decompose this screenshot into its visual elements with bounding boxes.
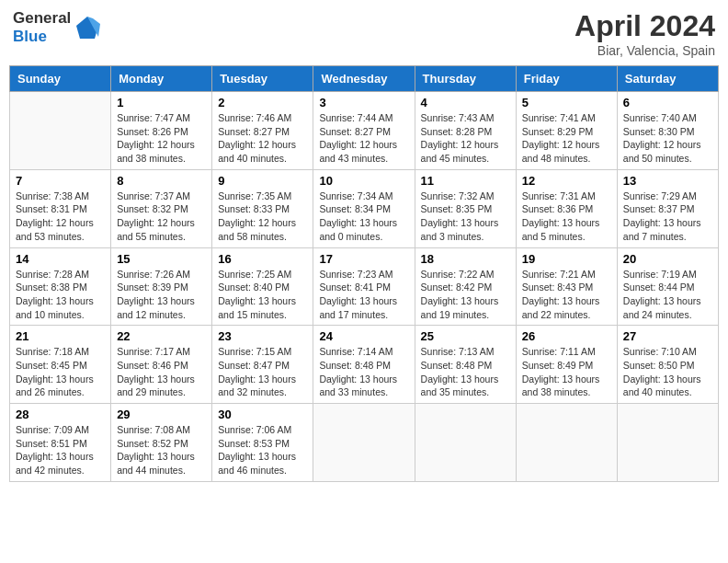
day-number: 21 <box>16 329 105 343</box>
calendar-cell <box>313 404 415 482</box>
day-number: 23 <box>218 329 307 343</box>
calendar-week-row: 14Sunrise: 7:28 AMSunset: 8:38 PMDayligh… <box>10 247 719 326</box>
calendar-cell: 23Sunrise: 7:15 AMSunset: 8:47 PMDayligh… <box>212 326 313 404</box>
day-number: 28 <box>16 408 105 421</box>
calendar-cell: 9Sunrise: 7:35 AMSunset: 8:33 PMDaylight… <box>212 169 313 247</box>
day-info: Sunrise: 7:13 AMSunset: 8:48 PMDaylight:… <box>421 345 510 399</box>
day-info: Sunrise: 7:21 AMSunset: 8:43 PMDaylight:… <box>522 268 611 322</box>
calendar-cell: 1Sunrise: 7:47 AMSunset: 8:26 PMDaylight… <box>111 92 212 170</box>
calendar-cell: 30Sunrise: 7:06 AMSunset: 8:53 PMDayligh… <box>212 404 313 482</box>
weekday-header: Thursday <box>415 66 516 92</box>
day-number: 26 <box>522 329 611 343</box>
day-info: Sunrise: 7:31 AMSunset: 8:36 PMDaylight:… <box>522 190 611 244</box>
day-number: 3 <box>319 96 408 109</box>
weekday-header: Monday <box>111 66 212 92</box>
day-number: 13 <box>623 174 712 188</box>
day-info: Sunrise: 7:38 AMSunset: 8:31 PMDaylight:… <box>16 190 105 244</box>
day-info: Sunrise: 7:37 AMSunset: 8:32 PMDaylight:… <box>117 190 206 244</box>
day-number: 10 <box>319 174 408 188</box>
calendar-cell: 22Sunrise: 7:17 AMSunset: 8:46 PMDayligh… <box>111 326 212 404</box>
day-info: Sunrise: 7:40 AMSunset: 8:30 PMDaylight:… <box>623 111 712 166</box>
calendar-week-row: 21Sunrise: 7:18 AMSunset: 8:45 PMDayligh… <box>10 326 719 404</box>
calendar-cell: 2Sunrise: 7:46 AMSunset: 8:27 PMDaylight… <box>212 92 313 170</box>
day-number: 17 <box>319 252 408 266</box>
calendar-cell <box>415 404 516 482</box>
day-number: 15 <box>117 252 206 266</box>
day-info: Sunrise: 7:43 AMSunset: 8:28 PMDaylight:… <box>421 111 510 166</box>
calendar-cell: 26Sunrise: 7:11 AMSunset: 8:49 PMDayligh… <box>516 326 617 404</box>
calendar-cell: 11Sunrise: 7:32 AMSunset: 8:35 PMDayligh… <box>415 169 516 247</box>
day-info: Sunrise: 7:14 AMSunset: 8:48 PMDaylight:… <box>319 345 408 399</box>
day-info: Sunrise: 7:08 AMSunset: 8:52 PMDaylight:… <box>117 423 206 477</box>
day-info: Sunrise: 7:26 AMSunset: 8:39 PMDaylight:… <box>117 268 206 322</box>
calendar-cell: 4Sunrise: 7:43 AMSunset: 8:28 PMDaylight… <box>415 92 516 170</box>
calendar-week-row: 1Sunrise: 7:47 AMSunset: 8:26 PMDaylight… <box>10 92 719 170</box>
day-info: Sunrise: 7:46 AMSunset: 8:27 PMDaylight:… <box>218 111 307 166</box>
page-header: General Blue April 2024 Biar, Valencia, … <box>9 9 719 58</box>
calendar-cell: 14Sunrise: 7:28 AMSunset: 8:38 PMDayligh… <box>10 247 111 326</box>
day-number: 20 <box>623 252 712 266</box>
day-number: 24 <box>319 329 408 343</box>
calendar-cell: 7Sunrise: 7:38 AMSunset: 8:31 PMDaylight… <box>10 169 111 247</box>
day-info: Sunrise: 7:41 AMSunset: 8:29 PMDaylight:… <box>522 111 611 166</box>
calendar-cell: 5Sunrise: 7:41 AMSunset: 8:29 PMDaylight… <box>516 92 617 170</box>
day-number: 29 <box>117 408 206 421</box>
day-number: 5 <box>522 96 611 109</box>
day-info: Sunrise: 7:17 AMSunset: 8:46 PMDaylight:… <box>117 345 206 399</box>
day-info: Sunrise: 7:25 AMSunset: 8:40 PMDaylight:… <box>218 268 307 322</box>
calendar-cell: 16Sunrise: 7:25 AMSunset: 8:40 PMDayligh… <box>212 247 313 326</box>
logo-icon <box>73 13 102 42</box>
calendar-cell: 21Sunrise: 7:18 AMSunset: 8:45 PMDayligh… <box>10 326 111 404</box>
day-number: 27 <box>623 329 712 343</box>
day-number: 18 <box>421 252 510 266</box>
calendar-cell: 27Sunrise: 7:10 AMSunset: 8:50 PMDayligh… <box>617 326 718 404</box>
day-number: 7 <box>16 174 105 188</box>
calendar-cell: 3Sunrise: 7:44 AMSunset: 8:27 PMDaylight… <box>313 92 415 170</box>
calendar-cell: 18Sunrise: 7:22 AMSunset: 8:42 PMDayligh… <box>415 247 516 326</box>
weekday-header: Friday <box>516 66 617 92</box>
day-info: Sunrise: 7:28 AMSunset: 8:38 PMDaylight:… <box>16 268 105 322</box>
calendar-cell: 10Sunrise: 7:34 AMSunset: 8:34 PMDayligh… <box>313 169 415 247</box>
weekday-header-row: SundayMondayTuesdayWednesdayThursdayFrid… <box>10 66 719 92</box>
calendar-cell: 29Sunrise: 7:08 AMSunset: 8:52 PMDayligh… <box>111 404 212 482</box>
day-info: Sunrise: 7:32 AMSunset: 8:35 PMDaylight:… <box>421 190 510 244</box>
day-number: 11 <box>421 174 510 188</box>
day-info: Sunrise: 7:29 AMSunset: 8:37 PMDaylight:… <box>623 190 712 244</box>
weekday-header: Saturday <box>617 66 718 92</box>
weekday-header: Tuesday <box>212 66 313 92</box>
day-info: Sunrise: 7:19 AMSunset: 8:44 PMDaylight:… <box>623 268 712 322</box>
calendar-cell: 6Sunrise: 7:40 AMSunset: 8:30 PMDaylight… <box>617 92 718 170</box>
day-info: Sunrise: 7:34 AMSunset: 8:34 PMDaylight:… <box>319 190 408 244</box>
calendar-cell: 8Sunrise: 7:37 AMSunset: 8:32 PMDaylight… <box>111 169 212 247</box>
day-info: Sunrise: 7:15 AMSunset: 8:47 PMDaylight:… <box>218 345 307 399</box>
day-info: Sunrise: 7:23 AMSunset: 8:41 PMDaylight:… <box>319 268 408 322</box>
day-info: Sunrise: 7:22 AMSunset: 8:42 PMDaylight:… <box>421 268 510 322</box>
day-info: Sunrise: 7:35 AMSunset: 8:33 PMDaylight:… <box>218 190 307 244</box>
calendar-cell: 28Sunrise: 7:09 AMSunset: 8:51 PMDayligh… <box>10 404 111 482</box>
calendar-cell: 13Sunrise: 7:29 AMSunset: 8:37 PMDayligh… <box>617 169 718 247</box>
day-info: Sunrise: 7:06 AMSunset: 8:53 PMDaylight:… <box>218 423 307 477</box>
calendar-cell: 19Sunrise: 7:21 AMSunset: 8:43 PMDayligh… <box>516 247 617 326</box>
day-number: 25 <box>421 329 510 343</box>
day-number: 2 <box>218 96 307 109</box>
calendar-cell <box>516 404 617 482</box>
day-number: 19 <box>522 252 611 266</box>
calendar-cell: 25Sunrise: 7:13 AMSunset: 8:48 PMDayligh… <box>415 326 516 404</box>
day-info: Sunrise: 7:18 AMSunset: 8:45 PMDaylight:… <box>16 345 105 399</box>
calendar-cell: 24Sunrise: 7:14 AMSunset: 8:48 PMDayligh… <box>313 326 415 404</box>
calendar-table: SundayMondayTuesdayWednesdayThursdayFrid… <box>9 65 719 482</box>
logo-text: General Blue <box>13 9 102 46</box>
calendar-cell: 17Sunrise: 7:23 AMSunset: 8:41 PMDayligh… <box>313 247 415 326</box>
day-number: 12 <box>522 174 611 188</box>
day-info: Sunrise: 7:10 AMSunset: 8:50 PMDaylight:… <box>623 345 712 399</box>
month-title: April 2024 <box>574 9 715 43</box>
calendar-cell <box>617 404 718 482</box>
calendar-cell <box>10 92 111 170</box>
day-number: 30 <box>218 408 307 421</box>
day-number: 8 <box>117 174 206 188</box>
calendar-week-row: 7Sunrise: 7:38 AMSunset: 8:31 PMDaylight… <box>10 169 719 247</box>
day-number: 1 <box>117 96 206 109</box>
day-number: 6 <box>623 96 712 109</box>
location: Biar, Valencia, Spain <box>574 43 715 58</box>
calendar-cell: 12Sunrise: 7:31 AMSunset: 8:36 PMDayligh… <box>516 169 617 247</box>
